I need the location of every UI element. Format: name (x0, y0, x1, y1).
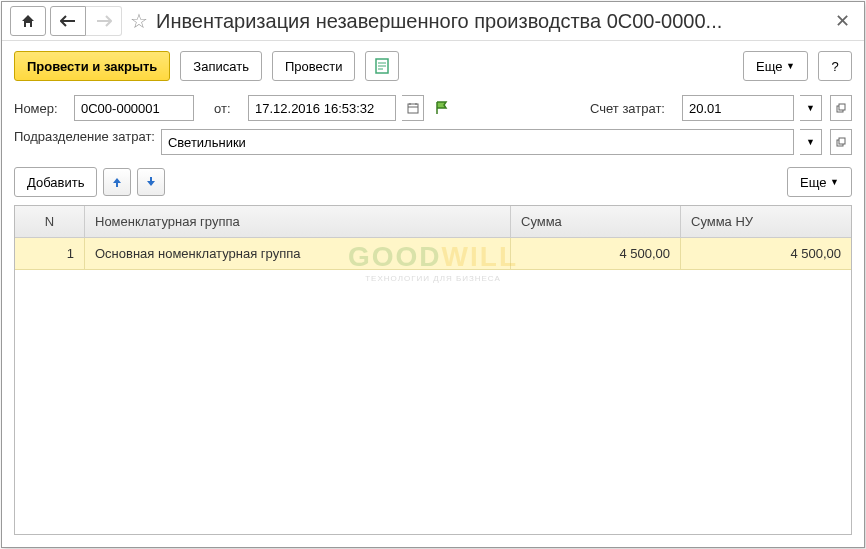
division-dropdown-icon[interactable]: ▼ (800, 129, 822, 155)
col-header-sum[interactable]: Сумма (511, 206, 681, 237)
watermark-subtitle: ТЕХНОЛОГИИ ДЛЯ БИЗНЕСА (365, 274, 501, 283)
account-open-icon[interactable] (830, 95, 852, 121)
back-button[interactable] (50, 6, 86, 36)
close-icon[interactable]: ✕ (829, 10, 856, 32)
window-title: Инвентаризация незавершенного производст… (156, 10, 825, 33)
svg-rect-4 (408, 104, 418, 113)
svg-rect-9 (839, 104, 845, 110)
division-label: Подразделение затрат: (14, 129, 155, 146)
help-button[interactable]: ? (818, 51, 852, 81)
table-more-button[interactable]: Еще ▼ (787, 167, 852, 197)
col-header-sumnu[interactable]: Сумма НУ (681, 206, 851, 237)
post-button[interactable]: Провести (272, 51, 356, 81)
number-label: Номер: (14, 101, 68, 116)
cell-sum: 4 500,00 (511, 238, 681, 269)
move-up-button[interactable] (103, 168, 131, 196)
cell-n: 1 (15, 238, 85, 269)
forward-button[interactable] (86, 6, 122, 36)
account-input[interactable] (682, 95, 794, 121)
flag-icon[interactable] (436, 101, 452, 115)
add-row-button[interactable]: Добавить (14, 167, 97, 197)
save-button[interactable]: Записать (180, 51, 262, 81)
division-input[interactable] (161, 129, 794, 155)
col-header-n[interactable]: N (15, 206, 85, 237)
account-label: Счет затрат: (590, 101, 676, 116)
post-and-close-button[interactable]: Провести и закрыть (14, 51, 170, 81)
move-down-button[interactable] (137, 168, 165, 196)
report-icon-button[interactable] (365, 51, 399, 81)
favorite-star-icon[interactable]: ☆ (130, 9, 148, 33)
home-button[interactable] (10, 6, 46, 36)
date-label: от: (214, 101, 242, 116)
data-table: N Номенклатурная группа Сумма Сумма НУ 1… (14, 205, 852, 535)
table-row[interactable]: 1 Основная номенклатурная группа 4 500,0… (15, 238, 851, 270)
division-open-icon[interactable] (830, 129, 852, 155)
number-input[interactable] (74, 95, 194, 121)
calendar-icon[interactable] (402, 95, 424, 121)
account-dropdown-icon[interactable]: ▼ (800, 95, 822, 121)
col-header-name[interactable]: Номенклатурная группа (85, 206, 511, 237)
more-button[interactable]: Еще ▼ (743, 51, 808, 81)
svg-rect-11 (839, 138, 845, 144)
date-input[interactable] (248, 95, 396, 121)
cell-name: Основная номенклатурная группа (85, 238, 511, 269)
cell-sumnu: 4 500,00 (681, 238, 851, 269)
